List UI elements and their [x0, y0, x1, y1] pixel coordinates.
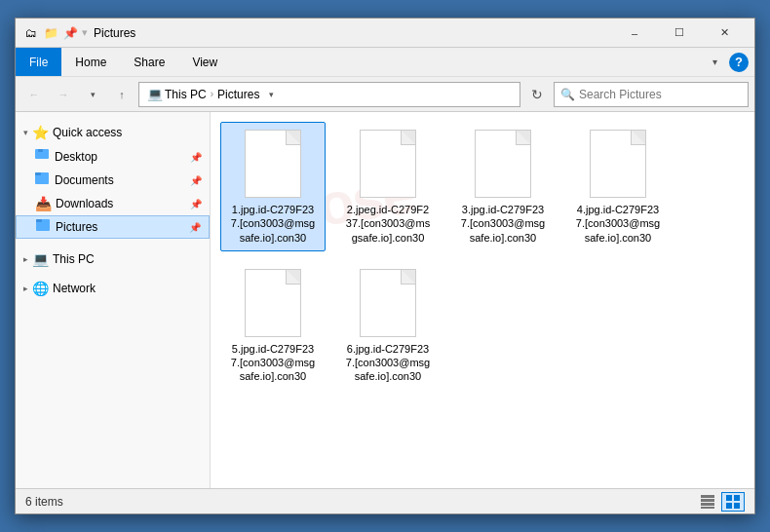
- menu-file[interactable]: File: [16, 48, 61, 76]
- window-title: Pictures: [94, 26, 612, 40]
- downloads-pin-icon: 📌: [190, 199, 202, 209]
- forward-button[interactable]: →: [51, 82, 76, 107]
- details-view-button[interactable]: [696, 492, 719, 512]
- desktop-pin-icon: 📌: [190, 152, 202, 163]
- file-page-5: [245, 269, 301, 337]
- pc-icon: 💻: [147, 87, 163, 101]
- sidebar-item-documents[interactable]: Documents 📌: [16, 169, 210, 192]
- sidebar-item-pictures[interactable]: Pictures 📌: [16, 215, 210, 239]
- title-bar: 🗂 📁 📌 ▾ Pictures – ☐ ✕: [16, 19, 754, 48]
- quick-access-icon: 📁: [43, 25, 58, 41]
- close-button[interactable]: ✕: [702, 19, 747, 48]
- menu-home[interactable]: Home: [61, 48, 120, 76]
- search-icon: 🔍: [560, 88, 575, 101]
- file-corner-2: [402, 131, 415, 144]
- search-box[interactable]: 🔍: [554, 82, 749, 107]
- sidebar-this-pc[interactable]: ▸ 💻 This PC: [16, 247, 210, 272]
- path-this-pc: 💻 This PC: [147, 87, 207, 101]
- minimize-button[interactable]: –: [612, 19, 657, 48]
- file-icon-2: [353, 129, 423, 199]
- file-item-4[interactable]: 4.jpg.id-C279F237.[con3003@msgsafe.io].c…: [565, 122, 671, 251]
- app-icon: 🗂: [23, 25, 39, 41]
- file-area: ribose 1.jpg.id-C279F237.[con3003@msgsaf…: [211, 112, 754, 488]
- file-corner-6: [402, 270, 415, 284]
- sidebar-item-downloads[interactable]: 📥 Downloads 📌: [16, 192, 210, 215]
- quick-access-header[interactable]: ▾ ⭐ Quick access: [16, 120, 210, 145]
- file-icon-3: [468, 129, 538, 199]
- pin-icon: 📌: [62, 25, 78, 41]
- status-bar: 6 items: [16, 488, 754, 513]
- file-label-6: 6.jpg.id-C279F237.[con3003@msgsafe.io].c…: [346, 342, 430, 384]
- file-page-4: [590, 130, 646, 198]
- view-toggle: [696, 492, 745, 512]
- file-label-3: 3.jpg.id-C279F237.[con3003@msgsafe.io].c…: [461, 203, 545, 245]
- desktop-icon: [35, 149, 51, 166]
- svg-rect-10: [726, 495, 732, 501]
- address-bar: ← → ▾ ↑ 💻 This PC › Pictures ▾ ↻ 🔍: [16, 77, 754, 112]
- svg-rect-12: [726, 503, 732, 509]
- file-item-2[interactable]: 2.jpeg.id-C279F237.[con3003@msgsafe.io].…: [335, 122, 441, 251]
- window-controls: – ☐ ✕: [612, 19, 747, 48]
- quick-access-star-icon: ⭐: [32, 125, 49, 140]
- file-item-1[interactable]: 1.jpg.id-C279F237.[con3003@msgsafe.io].c…: [220, 122, 326, 251]
- pictures-icon: [36, 219, 52, 236]
- help-button[interactable]: ?: [729, 53, 749, 72]
- svg-rect-9: [701, 507, 714, 509]
- sidebar-item-desktop[interactable]: Desktop 📌: [16, 145, 210, 169]
- file-icon-6: [353, 268, 423, 338]
- address-path[interactable]: 💻 This PC › Pictures ▾: [138, 82, 520, 107]
- dropdown-button[interactable]: ▾: [80, 82, 105, 107]
- svg-rect-13: [734, 503, 740, 509]
- file-icon-1: [238, 129, 308, 199]
- path-pictures: Pictures: [217, 88, 259, 101]
- documents-label: Documents: [55, 173, 114, 187]
- item-count: 6 items: [25, 495, 63, 509]
- path-dropdown-arrow[interactable]: ▾: [263, 82, 279, 107]
- main-area: ▾ ⭐ Quick access Desktop 📌 Documents 📌: [16, 112, 754, 488]
- refresh-button[interactable]: ↻: [524, 82, 550, 107]
- file-label-2: 2.jpeg.id-C279F237.[con3003@msgsafe.io].…: [346, 203, 430, 245]
- up-button[interactable]: ↑: [109, 82, 135, 107]
- file-label-5: 5.jpg.id-C279F237.[con3003@msgsafe.io].c…: [231, 342, 315, 384]
- file-corner-1: [287, 131, 300, 144]
- sidebar: ▾ ⭐ Quick access Desktop 📌 Documents 📌: [16, 112, 211, 488]
- svg-rect-3: [35, 172, 41, 175]
- path-separator-1: ›: [211, 89, 213, 99]
- documents-icon: [35, 172, 51, 189]
- maximize-button[interactable]: ☐: [657, 19, 702, 48]
- network-icon: 🌐: [32, 281, 49, 296]
- this-pc-icon: 💻: [32, 251, 49, 267]
- ribbon-collapse-button[interactable]: ▾: [702, 50, 727, 75]
- file-item-6[interactable]: 6.jpg.id-C279F237.[con3003@msgsafe.io].c…: [335, 261, 441, 391]
- file-corner-3: [517, 131, 530, 144]
- pictures-label: Pictures: [56, 220, 97, 234]
- downloads-icon: 📥: [35, 196, 52, 211]
- pictures-pin-icon: 📌: [189, 222, 201, 233]
- tiles-view-button[interactable]: [721, 492, 745, 512]
- svg-rect-7: [701, 499, 714, 502]
- svg-rect-6: [701, 495, 714, 498]
- sidebar-network[interactable]: ▸ 🌐 Network: [16, 276, 210, 301]
- file-page-1: [245, 130, 301, 198]
- file-item-5[interactable]: 5.jpg.id-C279F237.[con3003@msgsafe.io].c…: [220, 261, 326, 391]
- this-pc-label: This PC: [53, 252, 95, 266]
- explorer-window: 🗂 📁 📌 ▾ Pictures – ☐ ✕ File Home Share V…: [15, 18, 755, 514]
- svg-rect-11: [734, 495, 740, 501]
- details-view-icon: [701, 495, 714, 509]
- file-item-3[interactable]: 3.jpg.id-C279F237.[con3003@msgsafe.io].c…: [450, 122, 556, 251]
- title-bar-icons: 🗂 📁 📌 ▾: [23, 25, 88, 41]
- files-grid: 1.jpg.id-C279F237.[con3003@msgsafe.io].c…: [220, 122, 745, 391]
- menu-share[interactable]: Share: [120, 48, 178, 76]
- svg-rect-5: [36, 219, 42, 222]
- search-input[interactable]: [579, 88, 742, 101]
- file-page-6: [360, 269, 416, 337]
- tiles-view-icon: [726, 495, 740, 509]
- file-icon-4: [583, 129, 653, 199]
- menu-view[interactable]: View: [178, 48, 231, 76]
- file-corner-5: [287, 270, 300, 284]
- dropdown-arrow[interactable]: ▾: [82, 26, 88, 39]
- file-corner-4: [632, 131, 645, 144]
- downloads-label: Downloads: [56, 197, 113, 210]
- quick-access-label: Quick access: [53, 126, 122, 139]
- back-button[interactable]: ←: [21, 82, 47, 107]
